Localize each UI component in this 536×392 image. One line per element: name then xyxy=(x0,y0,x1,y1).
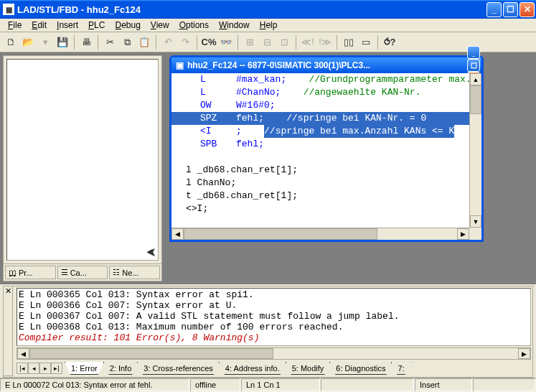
code-line[interactable] xyxy=(171,151,481,164)
editor-scroll-corner xyxy=(469,228,481,240)
network-icon[interactable]: ⊞ xyxy=(242,34,258,50)
list-icon: ☰ xyxy=(61,268,68,277)
scroll-left-icon[interactable]: ◀ xyxy=(171,228,184,240)
code-line[interactable]: L#ChanNo; //angewaehlte KAN-Nr. xyxy=(171,86,481,99)
output-tab[interactable]: 4: Address info. xyxy=(219,362,286,375)
hscroll-thumb[interactable] xyxy=(184,228,377,240)
code-line[interactable]: t _db68.chan_ret[1]; xyxy=(171,190,481,202)
output-panel: ✕ E Ln 000365 Col 013: Syntax error at s… xyxy=(3,286,533,378)
left-panel-tabs: 🕮Pr... ☰Ca... ☷Ne... xyxy=(4,263,161,281)
mdi-area: ⮜ 🕮Pr... ☰Ca... ☷Ne... ▣ hhu2_Fc124 -- 6… xyxy=(0,52,536,284)
code-line[interactable]: L#max_kan; //Grundprogrammparameter max.… xyxy=(171,73,481,86)
print-icon[interactable]: 🖶 xyxy=(78,34,94,50)
menu-window[interactable]: Window xyxy=(214,19,255,32)
menu-file[interactable]: File xyxy=(3,19,27,32)
symbol-icon[interactable]: ⊡ xyxy=(276,34,292,50)
tab-next-icon[interactable]: ▸ xyxy=(39,363,51,374)
scroll-right-icon[interactable]: ▶ xyxy=(518,348,530,359)
paste-icon[interactable]: 📋 xyxy=(136,34,152,50)
program-elements-tree[interactable]: ⮜ xyxy=(6,59,159,261)
scroll-down-icon[interactable]: ▼ xyxy=(470,215,481,228)
output-tab[interactable]: 1: Error xyxy=(65,362,104,375)
menu-plc[interactable]: PLC xyxy=(83,19,110,32)
goto-prev-icon[interactable]: ≪! xyxy=(300,34,316,50)
editor-vscrollbar[interactable]: ▲ ▼ xyxy=(469,73,481,228)
menu-help[interactable]: Help xyxy=(255,19,283,32)
editor-titlebar[interactable]: ▣ hhu2_Fc124 -- 6877-0\SIMATIC 300(1)\PL… xyxy=(171,57,481,73)
menu-debug[interactable]: Debug xyxy=(110,19,145,32)
output-tab[interactable]: 5: Modify xyxy=(286,362,331,375)
undo-icon[interactable]: ↶ xyxy=(160,34,176,50)
copy-icon[interactable]: ⧉ xyxy=(119,34,135,50)
code-line[interactable]: l ChanNo; xyxy=(171,177,481,190)
code-line[interactable]: <I; //springe bei max.Anzahl KANs <= K xyxy=(171,125,481,138)
tab-prev-icon[interactable]: ◂ xyxy=(28,363,39,374)
tab-networks[interactable]: ☷Ne... xyxy=(109,266,160,279)
help-icon[interactable]: ⥀? xyxy=(382,34,398,50)
output-hscrollbar[interactable]: ◀ ▶ xyxy=(17,347,531,360)
monitor-icon[interactable]: 👓 xyxy=(218,34,234,50)
collapse-icon[interactable]: ⮜ xyxy=(146,247,156,258)
minimize-button[interactable]: _ xyxy=(486,2,502,17)
output-tabbar: |◂ ◂ ▸ ▸| 1: Error2: Info3: Cross-refere… xyxy=(17,361,531,375)
editor-hscrollbar[interactable]: ◀ ▶ xyxy=(171,228,469,240)
goto-next-icon[interactable]: !≫ xyxy=(317,34,333,50)
stl-editor[interactable]: L#max_kan; //Grundprogrammparameter max.… xyxy=(171,73,481,240)
view-overview-icon[interactable]: ▯▯ xyxy=(341,34,357,50)
editor-minimize-button[interactable]: _ xyxy=(467,46,480,59)
new-icon[interactable]: 🗋 xyxy=(3,34,19,50)
error-line[interactable]: E Ln 000368 Col 013: Maximum number of 1… xyxy=(17,322,530,332)
editor-window: ▣ hhu2_Fc124 -- 6877-0\SIMATIC 300(1)\PL… xyxy=(169,55,484,242)
code-line[interactable]: <>I; xyxy=(171,202,481,215)
code-line[interactable]: l _db68.chan_ret[1]; xyxy=(171,164,481,177)
cut-icon[interactable]: ✂ xyxy=(102,34,118,50)
status-mode: offline xyxy=(190,378,240,391)
view-detail-icon[interactable]: ▭ xyxy=(358,34,374,50)
scroll-right-icon[interactable]: ▶ xyxy=(457,228,469,240)
tab-program-elements[interactable]: 🕮Pr... xyxy=(5,266,56,279)
close-button[interactable]: ✕ xyxy=(519,2,535,17)
status-blank1 xyxy=(321,378,414,391)
menu-options[interactable]: Options xyxy=(174,19,214,32)
download-icon[interactable]: C% xyxy=(201,34,217,50)
app-icon: ▦ xyxy=(3,4,14,15)
output-tab[interactable]: 6: Diagnostics xyxy=(329,362,392,375)
scroll-left-icon[interactable]: ◀ xyxy=(17,348,29,359)
maximize-button[interactable]: ☐ xyxy=(503,2,518,17)
book-icon: 🕮 xyxy=(9,269,17,277)
status-blank2 xyxy=(473,378,535,391)
scroll-up-icon[interactable]: ▲ xyxy=(470,73,481,85)
vscroll-thumb[interactable] xyxy=(470,85,481,114)
menu-edit[interactable]: Edit xyxy=(27,19,52,32)
code-line[interactable]: SPZfehl; //springe bei KAN-Nr. = 0 xyxy=(171,112,481,125)
tab-call-structure[interactable]: ☰Ca... xyxy=(57,266,108,279)
status-message: E Ln 000072 Col 013: Syntax error at feh… xyxy=(0,378,189,391)
open-online-icon[interactable]: ▾ xyxy=(37,34,53,50)
menu-bar: File Edit Insert PLC Debug View Options … xyxy=(0,19,536,32)
editor-maximize-button[interactable]: ☐ xyxy=(467,59,480,72)
redo-icon[interactable]: ↷ xyxy=(177,34,193,50)
error-line[interactable]: E Ln 000365 Col 013: Syntax error at spi… xyxy=(17,289,530,300)
left-panel: ⮜ 🕮Pr... ☰Ca... ☷Ne... xyxy=(3,55,162,281)
toolbar: 🗋 📂 ▾ 💾 🖶 ✂ ⧉ 📋 ↶ ↷ C% 👓 ⊞ ⊟ ⊡ ≪! !≫ ▯▯ … xyxy=(0,32,536,52)
error-line[interactable]: E Ln 000366 Col 007: Syntax error at U. xyxy=(17,300,530,311)
code-line[interactable]: SPBfehl; xyxy=(171,138,481,151)
error-list[interactable]: E Ln 000365 Col 013: Syntax error at spi… xyxy=(17,288,531,346)
menu-insert[interactable]: Insert xyxy=(52,19,83,32)
code-line[interactable]: OWW#16#0; xyxy=(171,99,481,112)
status-bar: E Ln 000072 Col 013: Syntax error at feh… xyxy=(0,378,536,392)
hscroll-thumb[interactable] xyxy=(29,348,273,359)
error-line[interactable]: E Ln 000367 Col 007: A valid STL stateme… xyxy=(17,311,530,322)
menu-view[interactable]: View xyxy=(146,19,174,32)
output-tab[interactable]: 2: Info xyxy=(103,362,138,375)
output-tab[interactable]: 7: xyxy=(391,362,410,375)
editor-title: hhu2_Fc124 -- 6877-0\SIMATIC 300(1)\PLC3… xyxy=(187,60,467,70)
output-tab[interactable]: 3: Cross-references xyxy=(137,362,220,375)
block-icon: ▣ xyxy=(174,60,184,70)
output-close-icon[interactable]: ✕ xyxy=(3,286,13,376)
contact-icon[interactable]: ⊟ xyxy=(259,34,275,50)
tab-last-icon[interactable]: ▸| xyxy=(51,363,62,374)
open-icon[interactable]: 📂 xyxy=(20,34,36,50)
save-icon[interactable]: 💾 xyxy=(55,34,70,50)
tab-first-icon[interactable]: |◂ xyxy=(17,363,28,374)
